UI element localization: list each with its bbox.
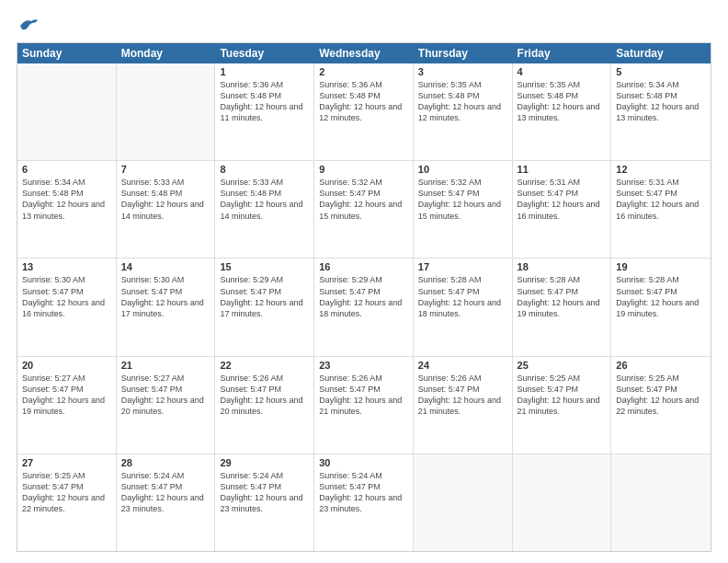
calendar-cell: 25Sunrise: 5:25 AMSunset: 5:47 PMDayligh… (513, 357, 612, 454)
day-info: Sunrise: 5:26 AMSunset: 5:47 PMDaylight:… (220, 373, 309, 418)
day-number: 11 (518, 164, 607, 175)
calendar-cell: 28Sunrise: 5:24 AMSunset: 5:47 PMDayligh… (117, 454, 216, 551)
day-number: 28 (121, 457, 210, 468)
calendar-cell: 24Sunrise: 5:26 AMSunset: 5:47 PMDayligh… (414, 357, 513, 454)
day-info: Sunrise: 5:27 AMSunset: 5:47 PMDaylight:… (22, 373, 111, 418)
calendar-cell: 3Sunrise: 5:35 AMSunset: 5:48 PMDaylight… (414, 63, 513, 160)
calendar-cell: 23Sunrise: 5:26 AMSunset: 5:47 PMDayligh… (314, 357, 414, 454)
calendar-cell: 5Sunrise: 5:34 AMSunset: 5:48 PMDaylight… (611, 63, 711, 160)
day-info: Sunrise: 5:33 AMSunset: 5:48 PMDaylight:… (220, 177, 309, 222)
day-number: 20 (22, 360, 111, 371)
day-number: 8 (220, 164, 309, 175)
calendar-cell: 13Sunrise: 5:30 AMSunset: 5:47 PMDayligh… (17, 259, 117, 355)
day-number: 22 (220, 360, 309, 371)
day-number: 7 (121, 164, 210, 175)
calendar-cell: 8Sunrise: 5:33 AMSunset: 5:48 PMDaylight… (215, 161, 314, 258)
day-number: 9 (319, 164, 408, 175)
day-info: Sunrise: 5:30 AMSunset: 5:47 PMDaylight:… (22, 274, 111, 319)
calendar-header-tuesday: Tuesday (215, 43, 314, 63)
day-info: Sunrise: 5:35 AMSunset: 5:48 PMDaylight:… (518, 79, 607, 124)
day-number: 18 (518, 261, 607, 272)
day-number: 10 (418, 164, 507, 175)
day-info: Sunrise: 5:26 AMSunset: 5:47 PMDaylight:… (319, 373, 408, 418)
day-number: 27 (22, 457, 111, 468)
day-info: Sunrise: 5:24 AMSunset: 5:47 PMDaylight:… (220, 470, 309, 515)
calendar-cell: 6Sunrise: 5:34 AMSunset: 5:48 PMDaylight… (17, 161, 117, 258)
day-number: 13 (22, 261, 111, 272)
day-info: Sunrise: 5:30 AMSunset: 5:47 PMDaylight:… (121, 274, 210, 319)
calendar-header: SundayMondayTuesdayWednesdayThursdayFrid… (17, 43, 711, 63)
calendar-cell (17, 63, 117, 160)
calendar-cell: 29Sunrise: 5:24 AMSunset: 5:47 PMDayligh… (215, 454, 314, 551)
day-info: Sunrise: 5:36 AMSunset: 5:48 PMDaylight:… (319, 79, 408, 124)
calendar-cell: 18Sunrise: 5:28 AMSunset: 5:47 PMDayligh… (513, 259, 612, 355)
calendar-cell: 14Sunrise: 5:30 AMSunset: 5:47 PMDayligh… (117, 259, 216, 355)
day-number: 5 (616, 66, 706, 77)
day-info: Sunrise: 5:28 AMSunset: 5:47 PMDaylight:… (616, 274, 706, 319)
day-number: 6 (22, 164, 111, 175)
day-number: 24 (418, 360, 507, 371)
calendar-cell: 7Sunrise: 5:33 AMSunset: 5:48 PMDaylight… (117, 161, 216, 258)
calendar-cell: 4Sunrise: 5:35 AMSunset: 5:48 PMDaylight… (513, 63, 612, 160)
day-number: 25 (518, 360, 607, 371)
calendar-cell (117, 63, 216, 160)
day-info: Sunrise: 5:36 AMSunset: 5:48 PMDaylight:… (220, 79, 309, 124)
day-number: 23 (319, 360, 408, 371)
calendar-header-thursday: Thursday (414, 43, 513, 63)
day-number: 26 (616, 360, 706, 371)
calendar-cell: 26Sunrise: 5:25 AMSunset: 5:47 PMDayligh… (611, 357, 711, 454)
calendar-cell: 9Sunrise: 5:32 AMSunset: 5:47 PMDaylight… (314, 161, 414, 258)
header (17, 17, 711, 33)
day-info: Sunrise: 5:24 AMSunset: 5:47 PMDaylight:… (319, 470, 408, 515)
calendar-header-saturday: Saturday (611, 43, 711, 63)
day-number: 19 (616, 261, 706, 272)
day-info: Sunrise: 5:26 AMSunset: 5:47 PMDaylight:… (418, 373, 507, 418)
day-number: 12 (616, 164, 706, 175)
day-info: Sunrise: 5:28 AMSunset: 5:47 PMDaylight:… (518, 274, 607, 319)
calendar-cell: 1Sunrise: 5:36 AMSunset: 5:48 PMDaylight… (215, 63, 314, 160)
calendar-header-wednesday: Wednesday (314, 43, 414, 63)
day-info: Sunrise: 5:27 AMSunset: 5:47 PMDaylight:… (121, 373, 210, 418)
calendar-week-3: 20Sunrise: 5:27 AMSunset: 5:47 PMDayligh… (17, 357, 711, 454)
calendar-cell: 11Sunrise: 5:31 AMSunset: 5:47 PMDayligh… (513, 161, 612, 258)
calendar-cell: 20Sunrise: 5:27 AMSunset: 5:47 PMDayligh… (17, 357, 117, 454)
day-info: Sunrise: 5:24 AMSunset: 5:47 PMDaylight:… (121, 470, 210, 515)
day-info: Sunrise: 5:25 AMSunset: 5:47 PMDaylight:… (518, 373, 607, 418)
calendar-cell: 15Sunrise: 5:29 AMSunset: 5:47 PMDayligh… (215, 259, 314, 355)
calendar-cell: 19Sunrise: 5:28 AMSunset: 5:47 PMDayligh… (611, 259, 711, 355)
day-number: 1 (220, 66, 309, 77)
day-info: Sunrise: 5:34 AMSunset: 5:48 PMDaylight:… (22, 177, 111, 222)
day-info: Sunrise: 5:32 AMSunset: 5:47 PMDaylight:… (319, 177, 408, 222)
calendar-cell (414, 454, 513, 551)
day-info: Sunrise: 5:29 AMSunset: 5:47 PMDaylight:… (319, 274, 408, 319)
day-number: 3 (418, 66, 507, 77)
logo-bird-icon (18, 17, 39, 33)
calendar-cell: 22Sunrise: 5:26 AMSunset: 5:47 PMDayligh… (215, 357, 314, 454)
calendar-cell: 17Sunrise: 5:28 AMSunset: 5:47 PMDayligh… (414, 259, 513, 355)
day-info: Sunrise: 5:25 AMSunset: 5:47 PMDaylight:… (616, 373, 706, 418)
day-info: Sunrise: 5:31 AMSunset: 5:47 PMDaylight:… (616, 177, 706, 222)
calendar-week-0: 1Sunrise: 5:36 AMSunset: 5:48 PMDaylight… (17, 63, 711, 161)
day-info: Sunrise: 5:29 AMSunset: 5:47 PMDaylight:… (220, 274, 309, 319)
calendar-header-monday: Monday (117, 43, 216, 63)
calendar-cell: 12Sunrise: 5:31 AMSunset: 5:47 PMDayligh… (611, 161, 711, 258)
day-info: Sunrise: 5:28 AMSunset: 5:47 PMDaylight:… (418, 274, 507, 319)
day-info: Sunrise: 5:35 AMSunset: 5:48 PMDaylight:… (418, 79, 507, 124)
day-number: 2 (319, 66, 408, 77)
calendar-cell: 2Sunrise: 5:36 AMSunset: 5:48 PMDaylight… (314, 63, 414, 160)
day-number: 14 (121, 261, 210, 272)
day-number: 29 (220, 457, 309, 468)
day-number: 16 (319, 261, 408, 272)
page: SundayMondayTuesdayWednesdayThursdayFrid… (0, 0, 728, 563)
calendar-body: 1Sunrise: 5:36 AMSunset: 5:48 PMDaylight… (17, 63, 711, 551)
day-info: Sunrise: 5:25 AMSunset: 5:47 PMDaylight:… (22, 470, 111, 515)
day-info: Sunrise: 5:32 AMSunset: 5:47 PMDaylight:… (418, 177, 507, 222)
calendar-header-friday: Friday (513, 43, 612, 63)
day-info: Sunrise: 5:31 AMSunset: 5:47 PMDaylight:… (518, 177, 607, 222)
calendar-cell: 16Sunrise: 5:29 AMSunset: 5:47 PMDayligh… (314, 259, 414, 355)
day-number: 4 (518, 66, 607, 77)
calendar-header-sunday: Sunday (17, 43, 117, 63)
calendar-week-4: 27Sunrise: 5:25 AMSunset: 5:47 PMDayligh… (17, 454, 711, 551)
logo (17, 17, 39, 33)
day-number: 17 (418, 261, 507, 272)
